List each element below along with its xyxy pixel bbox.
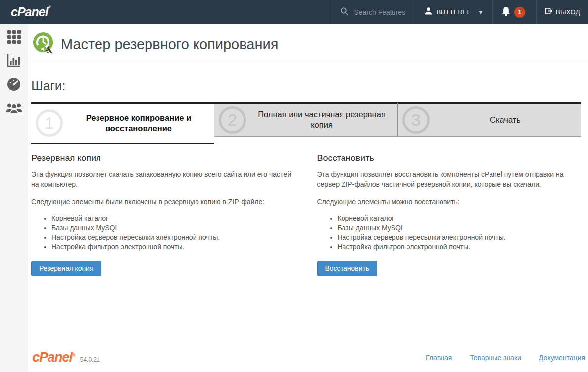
page-body: Шаги: 1 Резервное копирование и восстано… xyxy=(28,63,588,350)
search-icon xyxy=(340,7,349,18)
cpanel-footer-logo: cPanel® xyxy=(32,350,75,365)
list-item: Настройка серверов пересылки электронной… xyxy=(338,233,580,242)
list-item: Настройка фильтров электронной почты. xyxy=(51,242,294,252)
username: BUTTERFL xyxy=(436,8,471,16)
grid-icon xyxy=(7,30,21,46)
list-item: Настройка фильтров электронной почты. xyxy=(338,242,580,252)
notification-badge: 1 xyxy=(514,7,525,18)
search-input[interactable] xyxy=(354,8,413,16)
backup-description: Эта функция позволяет скачать запакованн… xyxy=(31,169,294,189)
list-item: Корневой каталог xyxy=(51,214,294,223)
backup-list-intro: Следующие элементы были включены в резер… xyxy=(31,197,294,207)
chevron-down-icon: ▼ xyxy=(478,9,484,16)
logout-button[interactable]: ВЫХОД xyxy=(536,0,588,24)
footer-link-trademarks[interactable]: Товарные знаки xyxy=(470,354,521,362)
page-header: Мастер резервного копирования xyxy=(28,24,588,63)
tab-label: Резервное копирование и восстановление xyxy=(63,113,214,134)
backup-items-list: Корневой каталог Базы данных MySQL Настр… xyxy=(31,214,294,252)
footer-link-documentation[interactable]: Документация xyxy=(539,354,585,362)
list-item: Базы данных MySQL xyxy=(51,223,294,233)
content-columns: Резервная копия Эта функция позволяет ск… xyxy=(31,153,581,276)
sidebar-item-dashboard[interactable] xyxy=(6,78,22,92)
search-features xyxy=(331,0,415,24)
step-number-circle: 2 xyxy=(219,106,246,134)
footer-links: Главная Товарные знаки Документация xyxy=(426,354,585,362)
sidebar-item-home[interactable] xyxy=(6,31,22,45)
backup-wizard-icon xyxy=(32,31,55,57)
user-icon xyxy=(424,7,433,17)
restore-button[interactable]: Восстановить xyxy=(317,261,378,276)
cpanel-header-logo[interactable]: cPanel® xyxy=(0,0,331,24)
steps-heading: Шаги: xyxy=(31,78,581,94)
footer-logo-text: cPanel xyxy=(32,350,72,365)
list-item: Корневой каталог xyxy=(338,214,580,223)
bar-chart-icon xyxy=(7,54,21,69)
restore-section: Восстановить Эта функция позволяет восст… xyxy=(317,153,580,276)
main-content: Мастер резервного копирования Шаги: 1 Ре… xyxy=(28,24,588,372)
restore-description: Эта функция позволяет восстановить компо… xyxy=(317,169,580,189)
bell-icon xyxy=(501,6,511,19)
tab-label: Полная или частичная резервная копия xyxy=(246,109,397,130)
step-number-circle: 3 xyxy=(402,106,430,134)
gauge-icon xyxy=(7,77,21,93)
users-icon xyxy=(6,102,22,117)
tab-step-2-full-or-partial[interactable]: 2 Полная или частичная резервная копия xyxy=(214,102,397,137)
wizard-tabs: 1 Резервное копирование и восстановление… xyxy=(31,102,581,144)
page-title: Мастер резервного копирования xyxy=(61,36,278,53)
backup-heading: Резервная копия xyxy=(31,153,294,163)
tab-step-1-backup-restore[interactable]: 1 Резервное копирование и восстановление xyxy=(31,102,214,144)
topbar: cPanel® BUTTERFL ▼ 1 ВЫХОД xyxy=(0,0,588,24)
backup-button[interactable]: Резервная копия xyxy=(31,261,101,276)
tab-label: Скачать xyxy=(430,115,581,125)
registered-mark: ® xyxy=(72,353,75,358)
tab-step-3-download[interactable]: 3 Скачать xyxy=(397,102,581,137)
version-number: 54.0.21 xyxy=(80,356,100,363)
logout-label: ВЫХОД xyxy=(556,8,580,16)
footer-link-home[interactable]: Главная xyxy=(426,354,452,362)
restore-list-intro: Следующие элементы можно восстановить: xyxy=(317,197,580,207)
step-number-circle: 1 xyxy=(36,109,63,137)
restore-heading: Восстановить xyxy=(317,153,580,163)
sidebar-item-statistics[interactable] xyxy=(6,54,22,68)
header-logo-text: cPanel xyxy=(11,5,48,19)
footer: cPanel® 54.0.21 Главная Товарные знаки Д… xyxy=(28,350,588,372)
registered-mark: ® xyxy=(48,5,50,9)
backup-section: Резервная копия Эта функция позволяет ск… xyxy=(31,153,294,276)
notifications[interactable]: 1 xyxy=(492,0,536,24)
logout-icon xyxy=(544,7,553,17)
list-item: Настройка серверов пересылки электронной… xyxy=(51,233,294,242)
sidebar xyxy=(0,24,28,372)
list-item: Базы данных MySQL xyxy=(338,223,580,233)
restore-items-list: Корневой каталог Базы данных MySQL Настр… xyxy=(317,214,580,252)
sidebar-item-user-manager[interactable] xyxy=(6,102,22,116)
user-menu[interactable]: BUTTERFL ▼ xyxy=(415,0,492,24)
